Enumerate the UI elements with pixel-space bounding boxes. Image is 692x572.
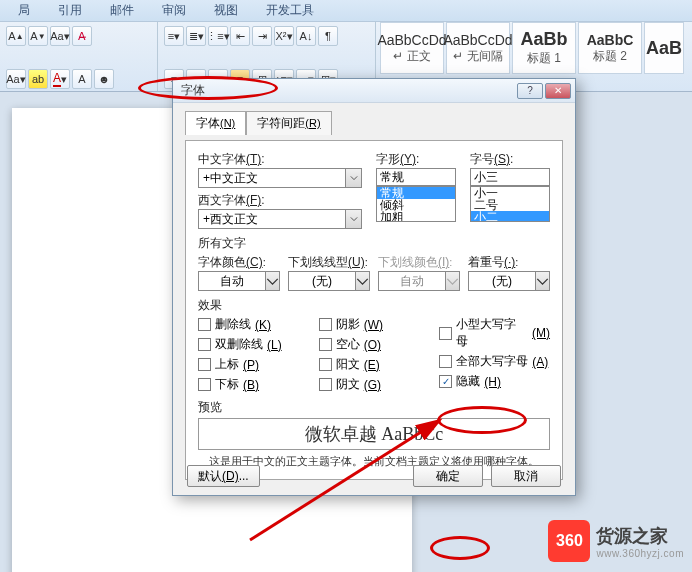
multilevel-button[interactable]: ⋮≡▾: [208, 26, 228, 46]
tab-references[interactable]: 引用: [44, 0, 96, 21]
shadow-checkbox[interactable]: 阴影(W): [319, 316, 430, 333]
chevron-down-icon[interactable]: [346, 209, 362, 229]
style-normal[interactable]: AaBbCcDd↵ 正文: [380, 22, 444, 74]
watermark-logo: 360 货源之家 www.360hyzj.com: [548, 520, 684, 562]
cancel-button[interactable]: 取消: [491, 465, 561, 487]
font-style-input[interactable]: [376, 168, 456, 186]
chevron-down-icon[interactable]: [266, 271, 280, 291]
clear-format-button[interactable]: A̶: [72, 26, 92, 46]
numbering-button[interactable]: ≣▾: [186, 26, 206, 46]
logo-url: www.360hyzj.com: [596, 548, 684, 559]
grow-font-button[interactable]: A▲: [6, 26, 26, 46]
superscript-checkbox[interactable]: 上标(P): [198, 356, 309, 373]
font-color-combo[interactable]: 自动: [198, 271, 280, 291]
increase-indent-button[interactable]: ⇥: [252, 26, 272, 46]
tab-layout[interactable]: 局: [4, 0, 44, 21]
underline-combo[interactable]: (无): [288, 271, 370, 291]
style-nospacing[interactable]: AaBbCcDd↵ 无间隔: [446, 22, 510, 74]
style-heading1[interactable]: AaBb标题 1: [512, 22, 576, 74]
font-color-button[interactable]: A▾: [50, 69, 70, 89]
bullets-button[interactable]: ≡▾: [164, 26, 184, 46]
style-heading2[interactable]: AaBbC标题 2: [578, 22, 642, 74]
preview-box: 微软卓越 AaBbCc: [198, 418, 550, 450]
double-strike-checkbox[interactable]: 双删除线(L): [198, 336, 309, 353]
dialog-title: 字体: [181, 82, 515, 99]
font-dialog: 字体 ? ✕ 字体(N) 字符间距(R) 中文字体(T): +中文正文 西文字体…: [172, 78, 576, 496]
change-case-button[interactable]: Aa▾: [50, 26, 70, 46]
preview-label: 预览: [198, 399, 550, 416]
highlight-button[interactable]: ab: [28, 69, 48, 89]
strike-checkbox[interactable]: 删除线(K): [198, 316, 309, 333]
style-more[interactable]: AaB: [644, 22, 684, 74]
show-marks-button[interactable]: ¶: [318, 26, 338, 46]
western-font-combo[interactable]: +西文正文: [198, 209, 362, 229]
chevron-down-icon[interactable]: [346, 168, 362, 188]
hidden-checkbox[interactable]: 隐藏(H): [439, 373, 550, 390]
allcaps-checkbox[interactable]: 全部大写字母(A): [439, 353, 550, 370]
font-size-list[interactable]: 小一 二号 小二: [470, 186, 550, 222]
char-shading-button[interactable]: ☻: [94, 69, 114, 89]
engrave-checkbox[interactable]: 阴文(G): [319, 376, 430, 393]
all-text-label: 所有文字: [198, 235, 550, 252]
chevron-down-icon[interactable]: [536, 271, 550, 291]
decrease-indent-button[interactable]: ⇤: [230, 26, 250, 46]
smallcaps-checkbox[interactable]: 小型大写字母(M): [439, 316, 550, 350]
chevron-down-icon: [446, 271, 460, 291]
tab-mail[interactable]: 邮件: [96, 0, 148, 21]
emphasis-combo[interactable]: (无): [468, 271, 550, 291]
font-size-input[interactable]: [470, 168, 550, 186]
chevron-down-icon[interactable]: [356, 271, 370, 291]
sort-button[interactable]: A↓: [296, 26, 316, 46]
tab-view[interactable]: 视图: [200, 0, 252, 21]
close-button[interactable]: ✕: [545, 83, 571, 99]
tab-devtools[interactable]: 开发工具: [252, 0, 328, 21]
default-button[interactable]: 默认(D)...: [187, 465, 260, 487]
emboss-checkbox[interactable]: 阳文(E): [319, 356, 430, 373]
char-border-button[interactable]: A: [72, 69, 92, 89]
help-button[interactable]: ?: [517, 83, 543, 99]
underline-color-combo: 自动: [378, 271, 460, 291]
ribbon-tab-row: 局 引用 邮件 审阅 视图 开发工具: [0, 0, 692, 22]
ribbon-group-font: A▲ A▼ Aa▾ A̶ Aa▾ ab A▾ A ☻: [0, 22, 158, 91]
shrink-font-button[interactable]: A▼: [28, 26, 48, 46]
outline-checkbox[interactable]: 空心(O): [319, 336, 430, 353]
font-style-list[interactable]: 常规 倾斜 加粗: [376, 186, 456, 222]
tab-review[interactable]: 审阅: [148, 0, 200, 21]
subscript-checkbox[interactable]: 下标(B): [198, 376, 309, 393]
dialog-tabs: 字体(N) 字符间距(R): [185, 111, 563, 135]
tab-font[interactable]: 字体(N): [185, 111, 246, 135]
phonetic-button[interactable]: Aa▾: [6, 69, 26, 89]
ltr-button[interactable]: X²▾: [274, 26, 294, 46]
logo-name: 货源之家: [596, 524, 684, 548]
logo-badge: 360: [548, 520, 590, 562]
dialog-titlebar[interactable]: 字体 ? ✕: [173, 79, 575, 103]
cn-font-combo[interactable]: +中文正文: [198, 168, 362, 188]
effects-label: 效果: [198, 297, 550, 314]
tab-char-spacing[interactable]: 字符间距(R): [246, 111, 331, 135]
tab-font-pane: 中文字体(T): +中文正文 西文字体(F): +西文正文 字形(Y):: [185, 140, 563, 480]
ok-button[interactable]: 确定: [413, 465, 483, 487]
